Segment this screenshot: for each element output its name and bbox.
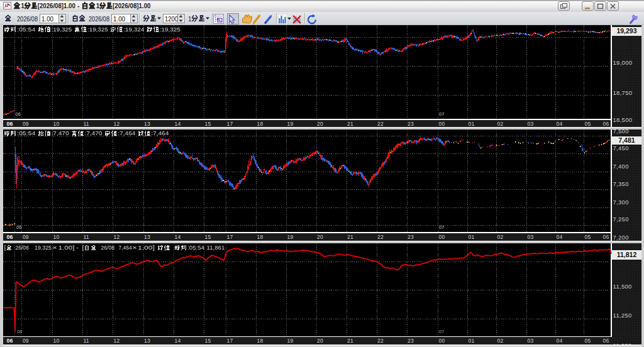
svg-text:18,500: 18,500: [613, 116, 633, 123]
svg-text:02: 02: [497, 234, 504, 240]
svg-text:06: 06: [7, 121, 13, 127]
svg-text:[2026/08]1.00: [2026/08]1.00: [113, 3, 151, 9]
svg-text:18: 18: [257, 121, 264, 127]
svg-text::7,470: :7,470: [84, 130, 102, 136]
svg-text:12: 12: [114, 338, 120, 344]
svg-text:21: 21: [347, 234, 353, 240]
svg-text:15: 15: [205, 338, 211, 344]
svg-text:06: 06: [17, 329, 22, 334]
svg-text:10: 10: [53, 338, 60, 344]
svg-text::7,464: :7,464: [151, 130, 169, 136]
svg-text:21: 21: [347, 338, 353, 344]
svg-text:15: 15: [205, 234, 211, 240]
svg-text:04: 04: [557, 121, 563, 127]
svg-text:22: 22: [377, 338, 384, 344]
svg-text:11,500: 11,500: [613, 283, 632, 290]
svg-text::05:54: :05:54: [17, 130, 35, 136]
svg-text:06: 06: [603, 121, 609, 127]
svg-text:10: 10: [53, 234, 60, 240]
svg-text:17: 17: [227, 338, 233, 344]
svg-text:18: 18: [257, 234, 264, 240]
svg-text:7,400: 7,400: [613, 163, 629, 170]
svg-text:02: 02: [497, 338, 504, 344]
svg-text:02: 02: [497, 121, 504, 127]
svg-text:01: 01: [469, 338, 475, 344]
svg-text:03: 03: [528, 121, 534, 127]
svg-text:00: 00: [439, 234, 445, 240]
svg-text:11,861: 11,861: [207, 245, 225, 251]
svg-text:23: 23: [408, 121, 414, 127]
svg-text:05: 05: [585, 338, 591, 344]
svg-text:05: 05: [585, 121, 591, 127]
svg-text:18: 18: [257, 338, 264, 344]
svg-text:07: 07: [439, 224, 444, 230]
svg-text:7,450: 7,450: [613, 145, 629, 151]
svg-text:1200: 1200: [165, 16, 178, 23]
svg-text:05: 05: [585, 234, 591, 240]
svg-text:1.00]: 1.00]: [138, 245, 155, 251]
svg-text:7,500: 7,500: [613, 128, 629, 135]
svg-text::19,325: :19,325: [52, 26, 72, 33]
svg-text:18,750: 18,750: [613, 89, 633, 96]
svg-text:1.00: 1.00: [42, 16, 53, 23]
svg-text:13: 13: [144, 234, 150, 240]
svg-text:26/08: 26/08: [101, 245, 114, 251]
svg-text::05:54: :05:54: [17, 26, 35, 33]
svg-text::19,324: :19,324: [123, 26, 144, 33]
svg-text:7,481: 7,481: [618, 136, 635, 144]
svg-text:7,464: 7,464: [119, 245, 132, 251]
svg-text:1: 1: [96, 3, 100, 9]
svg-text:11: 11: [84, 121, 89, 127]
svg-text:20: 20: [317, 338, 323, 344]
svg-text:15: 15: [205, 121, 211, 127]
svg-text:19,293: 19,293: [616, 27, 636, 35]
svg-text:11: 11: [84, 338, 89, 344]
svg-text:7,300: 7,300: [613, 199, 629, 206]
svg-text:11: 11: [84, 234, 89, 240]
svg-text:23: 23: [408, 234, 414, 240]
svg-text:2026/08: 2026/08: [17, 16, 38, 23]
svg-text:09: 09: [23, 234, 29, 240]
svg-text::19,325: :19,325: [87, 26, 108, 33]
svg-text:19: 19: [287, 234, 294, 240]
svg-text:7,350: 7,350: [613, 180, 629, 187]
svg-text:06: 06: [603, 234, 609, 240]
svg-text:06: 06: [7, 338, 13, 344]
svg-text:11,812: 11,812: [617, 251, 637, 258]
svg-text:19: 19: [287, 121, 294, 127]
svg-text:22: 22: [377, 121, 384, 127]
svg-text:1: 1: [188, 16, 192, 23]
svg-text:00: 00: [439, 338, 445, 344]
svg-text:-: -: [76, 245, 79, 251]
svg-text:19: 19: [287, 338, 294, 344]
svg-text:06: 06: [7, 234, 13, 240]
svg-text:00: 00: [439, 121, 445, 127]
svg-text:19,000: 19,000: [613, 59, 633, 66]
svg-text::7,470: :7,470: [52, 130, 69, 136]
svg-text:12: 12: [114, 234, 120, 240]
svg-text:13: 13: [144, 121, 150, 127]
svg-text:22: 22: [377, 234, 384, 240]
svg-text:2026/08: 2026/08: [89, 16, 109, 23]
svg-text:17: 17: [227, 234, 233, 240]
svg-text:19,325: 19,325: [35, 245, 52, 251]
svg-text:1.00: 1.00: [113, 16, 125, 23]
svg-text:11,250: 11,250: [613, 312, 632, 319]
svg-text::19,325: :19,325: [160, 26, 180, 33]
svg-text:1.00]: 1.00]: [58, 245, 75, 251]
svg-text:10: 10: [53, 121, 60, 127]
svg-text:04: 04: [557, 338, 563, 344]
svg-text:14: 14: [175, 338, 181, 344]
svg-text:12: 12: [114, 121, 120, 127]
svg-text:07: 07: [439, 111, 444, 117]
svg-text:07: 07: [439, 329, 444, 334]
svg-text:01: 01: [469, 121, 475, 127]
svg-text:14: 14: [175, 121, 181, 127]
svg-text:[2026/08]1.00: [2026/08]1.00: [38, 3, 75, 9]
svg-text:03: 03: [528, 338, 534, 344]
svg-text::05:54: :05:54: [187, 245, 204, 251]
svg-text:7,250: 7,250: [613, 216, 629, 223]
svg-text:01: 01: [469, 234, 475, 240]
svg-text:-: -: [77, 3, 79, 9]
svg-text:13: 13: [144, 338, 150, 344]
